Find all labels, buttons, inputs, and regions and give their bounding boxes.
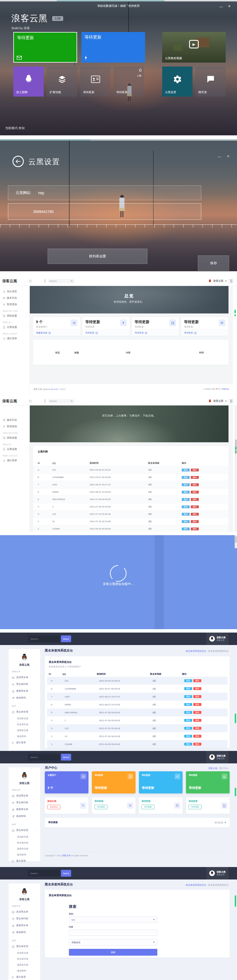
search-button[interactable]: Search: [61, 754, 71, 760]
footer-link[interactable]: Nathan: [222, 388, 229, 390]
breadcrumb[interactable]: 黑名单查询系统后台 › 黑名单查询系统后台: [186, 649, 229, 653]
sidebar-subitem[interactable]: 添加黑名单: [8, 950, 40, 956]
sidebar-item-blacklist-manage[interactable]: 黑名单管理›: [8, 709, 40, 716]
edit-button[interactable]: 修改: [182, 469, 190, 471]
close-button[interactable]: ✕: [228, 5, 231, 8]
edit-button[interactable]: 修改: [182, 528, 190, 530]
content-input[interactable]: [69, 930, 157, 936]
brand[interactable]: 浪客云黑: [2, 399, 17, 404]
stat-link[interactable]: 查看黑名单›: [33, 329, 80, 336]
sidebar-subitem[interactable]: 搜索黑名单: [8, 962, 40, 968]
user-menu[interactable]: 浪客云黑浪客云黑: [207, 633, 229, 645]
sidebar-subitem[interactable]: 添加黑名单: [8, 716, 40, 721]
search-input[interactable]: Search..: [28, 754, 60, 760]
kebab-menu-icon[interactable]: [45, 399, 45, 403]
tile-extensions[interactable]: 扩展功能: [47, 67, 77, 97]
sidebar-item-logout[interactable]: 退出登录: [8, 739, 40, 746]
minimize-button[interactable]: —: [219, 5, 223, 8]
save-button[interactable]: 保存: [198, 255, 229, 271]
search-button[interactable]: Search: [61, 635, 71, 642]
delete-button[interactable]: 删除: [191, 528, 199, 530]
delete-button[interactable]: 删除: [191, 484, 199, 486]
sidebar-item-blacklist-manage[interactable]: 黑名单管理›: [8, 943, 40, 950]
delete-button[interactable]: 删除: [193, 687, 201, 690]
edit-button[interactable]: 修改: [182, 498, 190, 501]
minimize-button[interactable]: —: [218, 155, 221, 159]
brand[interactable]: 浪客云黑: [2, 278, 17, 284]
tile-update-flash[interactable]: 等待更新: [82, 32, 145, 62]
edit-button[interactable]: 修改: [182, 520, 190, 523]
sidebar-item-search-blacklist[interactable]: 搜索黑名单: [8, 688, 40, 695]
sidebar-item-blacklist[interactable]: 黑名单列表: [8, 799, 40, 806]
scrollbar-thumb[interactable]: [235, 788, 236, 796]
search-input[interactable]: Search..: [28, 635, 60, 642]
scrollbar-thumb[interactable]: [235, 536, 237, 543]
scrollbar-thumb[interactable]: [235, 447, 237, 450]
panel-dropdown[interactable]: 等待更新: [214, 821, 226, 824]
sidebar-item-change-password[interactable]: 修改密码: [8, 695, 40, 702]
search-button[interactable]: Search: [61, 870, 71, 877]
edit-button[interactable]: 修改: [184, 687, 192, 690]
sidebar-item-home[interactable]: 后台首页: [0, 288, 29, 295]
delete-button[interactable]: 删除: [193, 703, 201, 706]
play-icon[interactable]: ▶: [189, 40, 199, 48]
type-select[interactable]: QQ: [69, 916, 157, 923]
search-input[interactable]: Search.: [48, 279, 74, 283]
sidebar-item-logout[interactable]: 退出登录: [0, 335, 29, 342]
hamburger-icon[interactable]: [229, 399, 234, 404]
edit-button[interactable]: 修改: [182, 513, 190, 515]
delete-button[interactable]: 删除: [191, 491, 199, 493]
user-menu[interactable]: 浪客云黑: [213, 279, 223, 283]
tile-update-4[interactable]: 0 人数 等待更新: [114, 67, 144, 97]
tile-tutorial-video[interactable]: ▶ 云黑教程视频: [162, 32, 226, 62]
delete-button[interactable]: 删除: [193, 719, 201, 722]
stat-link[interactable]: 等待更新›: [132, 329, 179, 336]
sidebar-subitem[interactable]: 黑名单列表: [8, 840, 40, 846]
user-menu[interactable]: 浪客云黑浪客云黑: [207, 751, 229, 764]
delete-button[interactable]: 删除: [191, 476, 199, 479]
footer-link[interactable]: 浪客云黑: [62, 854, 70, 857]
tile-settings[interactable]: 云黑设置: [162, 67, 192, 97]
user-menu[interactable]: 浪客云黑: [213, 399, 223, 403]
sidebar-subitem[interactable]: 修改密码: [8, 968, 40, 974]
scrollbar-thumb[interactable]: [235, 714, 236, 723]
delete-button[interactable]: 删除: [193, 727, 201, 730]
sidebar-subitem[interactable]: 修改密码: [8, 733, 40, 739]
delete-button[interactable]: 删除: [191, 498, 199, 501]
breadcrumb[interactable]: 黑名单查询系统后台 › 黑名单查询系统后台: [186, 883, 229, 886]
sidebar-item-search-blacklist[interactable]: 搜索黑名单: [8, 922, 40, 929]
sidebar-item-change-password[interactable]: 修改密码: [8, 813, 40, 820]
delete-button[interactable]: 删除: [191, 520, 199, 523]
edit-button[interactable]: 修改: [184, 703, 192, 706]
sidebar-item-blacklist[interactable]: 黑名单列表: [8, 681, 40, 688]
sidebar-item-add-blacklist[interactable]: 添加黑名单: [8, 908, 40, 915]
delete-button[interactable]: 删除: [191, 513, 199, 515]
pending-button[interactable]: 等待更新: [189, 805, 202, 809]
sidebar-item-change-password[interactable]: 修改密码: [8, 929, 40, 936]
edit-button[interactable]: 修改: [182, 491, 190, 493]
delete-button[interactable]: 删除: [193, 743, 201, 746]
kebab-menu-icon[interactable]: [45, 280, 45, 283]
sidebar-subitem[interactable]: 黑名单列表: [8, 956, 40, 962]
delete-button[interactable]: 删除: [193, 711, 201, 714]
search-input[interactable]: Search.: [48, 399, 74, 404]
pending-button[interactable]: 等待更新: [141, 805, 154, 809]
sidebar-item-changelog[interactable]: 版本日志: [0, 417, 29, 423]
delete-button[interactable]: 删除: [193, 695, 201, 698]
sidebar-item-cloud-settings[interactable]: 云黑设置‹: [0, 446, 29, 452]
back-button[interactable]: [13, 156, 24, 167]
edit-button[interactable]: 修改: [184, 735, 192, 738]
scrollbar-thumb[interactable]: [234, 314, 236, 316]
close-button[interactable]: ✕: [227, 154, 230, 158]
qq-field[interactable]: 3589441785: [8, 203, 201, 220]
scrollbar-thumb[interactable]: [235, 895, 236, 907]
sidebar-item-system-settings[interactable]: 系统设置‹: [0, 313, 29, 319]
edit-button[interactable]: 修改: [184, 711, 192, 714]
edit-button[interactable]: 修改: [182, 506, 190, 508]
edit-button[interactable]: 修改: [184, 679, 192, 682]
edit-button[interactable]: 修改: [184, 727, 192, 730]
delete-button[interactable]: 删除: [193, 735, 201, 738]
register-button[interactable]: 点击登记: [47, 805, 60, 809]
tile-update-3[interactable]: 等待更新: [80, 67, 110, 97]
group-list-button[interactable]: 群列表设置: [48, 248, 147, 264]
